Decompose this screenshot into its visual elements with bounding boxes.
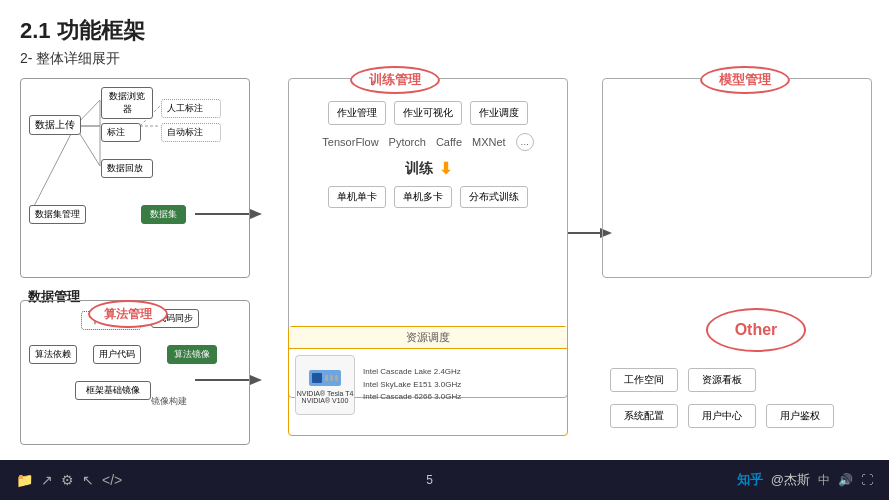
slide-container: 2.1 功能框架 2- 整体详细展开 [0, 0, 889, 460]
train-mode-row: 单机单卡 单机多卡 分布式训练 [295, 186, 561, 208]
data-playback-box: 数据回放 [101, 159, 153, 178]
svg-marker-9 [250, 375, 262, 385]
auto-label-box: 自动标注 [161, 123, 221, 142]
data-management-block: 数据上传 数据浏览器 标注 人工标注 自动标注 数据回放 数据集管理 数据集 [20, 78, 250, 278]
user-code-box: 用户代码 [93, 345, 141, 364]
fw-more: … [516, 133, 534, 151]
manual-label-box: 人工标注 [161, 99, 221, 118]
single-card-box: 单机单卡 [328, 186, 386, 208]
bottom-left-icons: 📁 ↗ ⚙ ↖ </> [16, 472, 122, 488]
spec1: Intel Cascade Lake 2.4GHz [363, 366, 461, 379]
dataset-box: 数据集 [141, 205, 186, 224]
svg-rect-17 [330, 375, 333, 381]
share-icon[interactable]: ↗ [41, 472, 53, 488]
spec2: Intel SkyLake E151 3.0GHz [363, 379, 461, 392]
gpu1-label: NVIDIA® Tesla T4 [297, 390, 354, 397]
lang-icon: 中 [818, 472, 830, 489]
model-management-block: 可视化 模型管理 压缩/转换 推理/评估 模型 综合评分 [602, 78, 872, 278]
zhihu-logo: 知乎 [737, 471, 763, 489]
sys-config-box: 系统配置 [610, 404, 678, 428]
workspace-box: 工作空间 [610, 368, 678, 392]
code-icon[interactable]: </> [102, 472, 122, 488]
user-audit-box: 用户鉴权 [766, 404, 834, 428]
author-label: @杰斯 [771, 471, 810, 489]
algo-management-circle: 算法管理 [88, 300, 168, 328]
distributed-box: 分布式训练 [460, 186, 528, 208]
train-management-circle: 训练管理 [350, 66, 440, 94]
model-management-circle: 模型管理 [700, 66, 790, 94]
cursor-icon[interactable]: ↖ [82, 472, 94, 488]
train-label-row: 训练 ⬇ [295, 159, 561, 178]
multi-card-box: 单机多卡 [394, 186, 452, 208]
bottom-right-area: 知乎 @杰斯 中 🔊 ⛶ [737, 471, 873, 489]
fw-mxnet: MXNet [472, 136, 506, 148]
fw-tensorflow: TensorFlow [322, 136, 378, 148]
settings-icon[interactable]: ⚙ [61, 472, 74, 488]
train-label: 训练 [405, 160, 433, 178]
train-framework-row: TensorFlow Pytorch Caffe MXNet … [295, 133, 561, 151]
page-number: 5 [426, 473, 433, 487]
other-row2: 系统配置 用户中心 用户鉴权 [610, 404, 834, 428]
job-mgmt-box: 作业管理 [328, 101, 386, 125]
folder-icon[interactable]: 📁 [16, 472, 33, 488]
svg-rect-18 [335, 375, 338, 381]
other-circle: Other [706, 308, 806, 352]
fw-caffe: Caffe [436, 136, 462, 148]
diagram-area: 数据上传 数据浏览器 标注 人工标注 自动标注 数据回放 数据集管理 数据集 数… [20, 78, 869, 448]
svg-rect-16 [325, 375, 328, 381]
train-top-row: 作业管理 作业可视化 作业调度 [295, 101, 561, 125]
spec-text-area: Intel Cascade Lake 2.4GHz Intel SkyLake … [363, 366, 461, 404]
fullscreen-icon[interactable]: ⛶ [861, 473, 873, 487]
fw-pytorch: Pytorch [389, 136, 426, 148]
algo-mirror-box: 算法镜像 [167, 345, 217, 364]
resource-scheduling-block: 资源调度 NVIDIA® Tesla T4 NVIDIA® V100 Intel… [288, 326, 568, 436]
resource-body: NVIDIA® Tesla T4 NVIDIA® V100 Intel Casc… [289, 349, 567, 421]
job-visual-box: 作业可视化 [394, 101, 462, 125]
job-schedule-box: 作业调度 [470, 101, 528, 125]
user-center-box: 用户中心 [688, 404, 756, 428]
svg-rect-15 [312, 373, 322, 383]
data-upload-box: 数据上传 [29, 115, 81, 135]
dataset-mgmt-box: 数据集管理 [29, 205, 86, 224]
gpu-icon-box: NVIDIA® Tesla T4 NVIDIA® V100 [295, 355, 355, 415]
base-mirror-box: 框架基础镜像 [75, 381, 151, 400]
other-row1: 工作空间 资源看板 [610, 368, 756, 392]
audio-icon: 🔊 [838, 473, 853, 487]
page-title: 2.1 功能框架 [20, 16, 869, 46]
algo-dep-box: 算法依赖 [29, 345, 77, 364]
resource-board-box: 资源看板 [688, 368, 756, 392]
svg-marker-7 [250, 209, 262, 219]
mirror-build-label: 镜像构建 [151, 395, 187, 408]
train-arrow-icon: ⬇ [439, 159, 452, 178]
bottom-bar: 📁 ↗ ⚙ ↖ </> 5 知乎 @杰斯 中 🔊 ⛶ [0, 460, 889, 500]
resource-title: 资源调度 [289, 327, 567, 349]
annotation-box: 标注 [101, 123, 141, 142]
data-browse-box: 数据浏览器 [101, 87, 153, 119]
spec3: Intel Cascade 6266 3.0GHz [363, 391, 461, 404]
gpu-icon [307, 366, 343, 390]
gpu2-label: NVIDIA® V100 [302, 397, 349, 404]
